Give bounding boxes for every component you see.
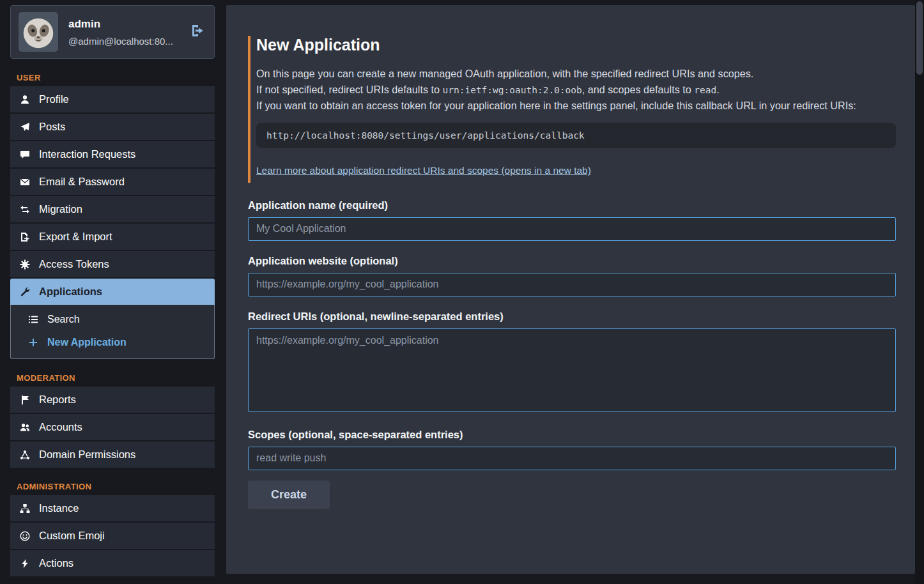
scopes-label: Scopes (optional, space-separated entrie… xyxy=(248,429,896,441)
intro-block: New Application On this page you can cre… xyxy=(248,36,896,183)
sidebar-item-profile[interactable]: Profile xyxy=(10,86,215,112)
sidebar-item-label: Instance xyxy=(39,502,79,514)
new-application-form: Application name (required) Application … xyxy=(248,199,896,509)
sidebar-item-label: Applications xyxy=(39,286,102,298)
applications-submenu: Search New Application xyxy=(10,305,215,359)
sitemap-icon xyxy=(19,503,31,514)
sidebar-item-custom-emoji[interactable]: Custom Emoji xyxy=(10,523,215,549)
sidebar-item-label: Migration xyxy=(39,203,82,215)
sidebar-item-label: Profile xyxy=(39,93,69,105)
token-seal-icon xyxy=(19,259,31,270)
settings-panel: New Application On this page you can cre… xyxy=(226,5,915,574)
user-card[interactable]: admin @admin@localhost:80... xyxy=(10,5,215,59)
sidebar-item-applications[interactable]: Applications xyxy=(10,279,215,305)
paper-plane-icon xyxy=(19,122,31,132)
scrollbar-thumb[interactable] xyxy=(916,1,923,75)
sidebar-item-label: Accounts xyxy=(39,421,82,433)
sidebar-item-reports[interactable]: Reports xyxy=(10,387,215,413)
file-export-icon xyxy=(19,232,31,242)
section-header-user: USER xyxy=(17,73,215,82)
sidebar-item-export-import[interactable]: Export & Import xyxy=(10,224,215,250)
list-icon xyxy=(27,314,39,325)
sidebar-item-accounts[interactable]: Accounts xyxy=(10,414,215,440)
sidebar-item-interaction-requests[interactable]: Interaction Requests xyxy=(10,141,215,167)
sidebar-item-label: Actions xyxy=(39,557,73,569)
sidebar-item-label: Posts xyxy=(39,121,65,133)
plus-icon xyxy=(27,337,39,348)
sidebar-item-label: Reports xyxy=(39,394,76,406)
sidebar-item-domain-permissions[interactable]: Domain Permissions xyxy=(10,442,215,468)
read-code: read xyxy=(694,85,716,95)
sidebar-item-new-application[interactable]: New Application xyxy=(11,331,214,354)
sloth-avatar xyxy=(19,12,58,52)
sidebar-item-instance[interactable]: Instance xyxy=(10,495,215,521)
tools-icon xyxy=(19,287,31,297)
section-header-administration: ADMINISTRATION xyxy=(17,482,215,491)
arrows-left-right-icon xyxy=(19,204,31,215)
users-icon xyxy=(19,422,31,433)
sign-out-icon[interactable] xyxy=(190,23,206,41)
application-website-input[interactable] xyxy=(248,273,896,296)
sidebar-item-label: Domain Permissions xyxy=(39,449,135,461)
application-name-label: Application name (required) xyxy=(248,199,896,211)
sidebar-item-label: Access Tokens xyxy=(39,258,109,270)
create-button[interactable]: Create xyxy=(248,480,330,509)
user-icon xyxy=(19,95,31,105)
circle-nodes-icon xyxy=(19,450,31,460)
sidebar-item-label: Search xyxy=(47,314,80,325)
sidebar-item-label: Custom Emoji xyxy=(39,530,105,542)
smiley-icon xyxy=(19,531,31,541)
application-website-label: Application website (optional) xyxy=(248,255,896,267)
sidebar-item-migration[interactable]: Migration xyxy=(10,196,215,222)
sidebar-item-email-password[interactable]: Email & Password xyxy=(10,169,215,195)
sidebar-item-posts[interactable]: Posts xyxy=(10,114,215,140)
bolt-icon xyxy=(19,558,31,569)
sidebar-item-label: Interaction Requests xyxy=(39,148,135,160)
comment-icon xyxy=(19,150,31,160)
redirect-uris-textarea[interactable] xyxy=(248,328,896,412)
redirect-uris-label: Redirect URIs (optional, newline-separat… xyxy=(248,311,896,323)
sidebar-item-access-tokens[interactable]: Access Tokens xyxy=(10,251,215,277)
sidebar-item-label: Email & Password xyxy=(39,176,125,188)
sidebar-item-label: New Application xyxy=(47,337,127,348)
sidebar-item-label: Export & Import xyxy=(39,231,112,243)
envelope-icon xyxy=(19,177,31,187)
learn-more-link[interactable]: Learn more about application redirect UR… xyxy=(256,165,591,176)
scopes-input[interactable] xyxy=(248,447,896,470)
settings-sidebar: admin @admin@localhost:80... USER Profil… xyxy=(0,0,226,584)
callback-url-code-block: http://localhost:8080/settings/user/appl… xyxy=(256,123,896,148)
page-scrollbar[interactable] xyxy=(915,0,924,584)
sidebar-item-applications-search[interactable]: Search xyxy=(11,308,214,331)
oob-code: urn:ietf:wg:oauth:2.0:oob xyxy=(443,85,582,95)
main-area: New Application On this page you can cre… xyxy=(226,0,924,584)
sidebar-item-actions[interactable]: Actions xyxy=(10,550,215,576)
section-header-moderation: MODERATION xyxy=(17,373,215,383)
username: admin xyxy=(68,18,180,31)
page-title: New Application xyxy=(256,36,896,54)
intro-paragraph: On this page you can create a new manage… xyxy=(256,66,896,114)
user-handle: @admin@localhost:80... xyxy=(68,36,180,47)
flag-icon xyxy=(19,395,31,405)
application-name-input[interactable] xyxy=(248,217,896,241)
